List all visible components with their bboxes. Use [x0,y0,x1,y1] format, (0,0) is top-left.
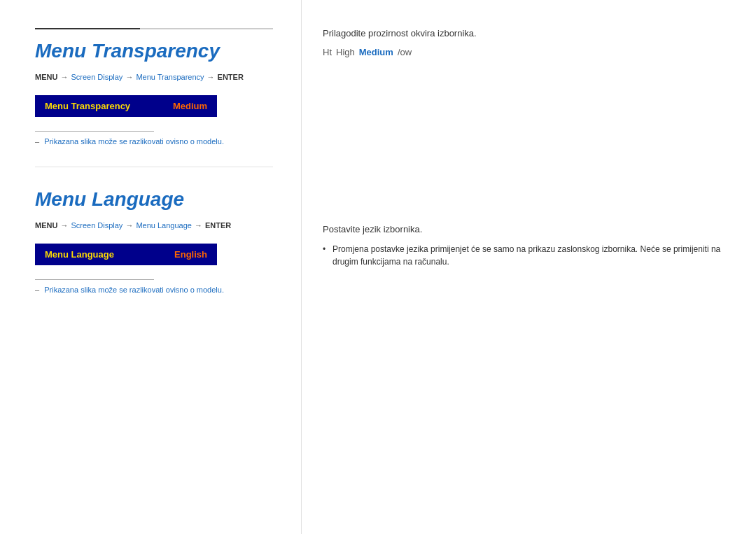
right-language-section: Postavite jezik izbornika. Promjena post… [323,203,728,268]
option-low[interactable]: /ow [398,47,412,57]
breadcrumb-screen-display-2[interactable]: Screen Display [71,221,122,230]
section-menu-transparency: Menu Transparency MENU → Screen Display … [35,28,273,146]
section-divider-line-2 [35,279,154,280]
title-menu-language: Menu Language [35,188,273,211]
breadcrumb-transparency: MENU → Screen Display → Menu Transparenc… [35,73,273,81]
breadcrumb-enter-1: ENTER [218,73,244,81]
option-high[interactable]: High [336,47,355,57]
menu-transparency-label: Menu Transparency [45,101,130,111]
right-transparency-section: Prilagodite prozirnost okvira izbornika.… [323,28,728,57]
breadcrumb-enter-2: ENTER [205,221,231,230]
breadcrumb-screen-display-1[interactable]: Screen Display [71,73,122,81]
left-panel: Menu Transparency MENU → Screen Display … [0,0,301,534]
section-menu-language: Menu Language MENU → Screen Display → Me… [35,188,273,294]
right-panel: Prilagodite prozirnost okvira izbornika.… [301,0,756,534]
breadcrumb-menu-language[interactable]: Menu Language [136,221,192,230]
right-transparency-description: Prilagodite prozirnost okvira izbornika. [323,28,728,38]
breadcrumb-menu: MENU [35,73,57,81]
section-divider-line-1 [35,131,154,132]
right-language-description: Postavite jezik izbornika. [323,224,728,234]
option-ht: Ht [323,47,332,57]
language-bullet-list: Promjena postavke jezika primijenjet će … [323,243,728,268]
right-transparency-options: Ht High Medium /ow [323,47,728,57]
title-menu-transparency: Menu Transparency [35,40,273,62]
menu-language-box[interactable]: Menu Language English [35,244,217,265]
breadcrumb-language: MENU → Screen Display → Menu Language → … [35,221,273,230]
menu-language-label: Menu Language [45,249,114,260]
breadcrumb-menu-2: MENU [35,221,57,230]
section-divider [35,167,273,167]
menu-transparency-box[interactable]: Menu Transparency Medium [35,95,217,117]
note-transparency: – Prikazana slika može se razlikovati ov… [35,137,273,146]
menu-language-value: English [174,249,207,260]
menu-transparency-value: Medium [173,101,207,111]
language-bullet-item: Promjena postavke jezika primijenjet će … [323,243,728,268]
right-spacer [323,63,728,203]
note-language: – Prikazana slika može se razlikovati ov… [35,286,273,294]
page-container: Menu Transparency MENU → Screen Display … [0,0,756,534]
option-medium[interactable]: Medium [359,47,393,57]
top-divider-1 [35,28,273,29]
breadcrumb-menu-transparency[interactable]: Menu Transparency [136,73,204,81]
